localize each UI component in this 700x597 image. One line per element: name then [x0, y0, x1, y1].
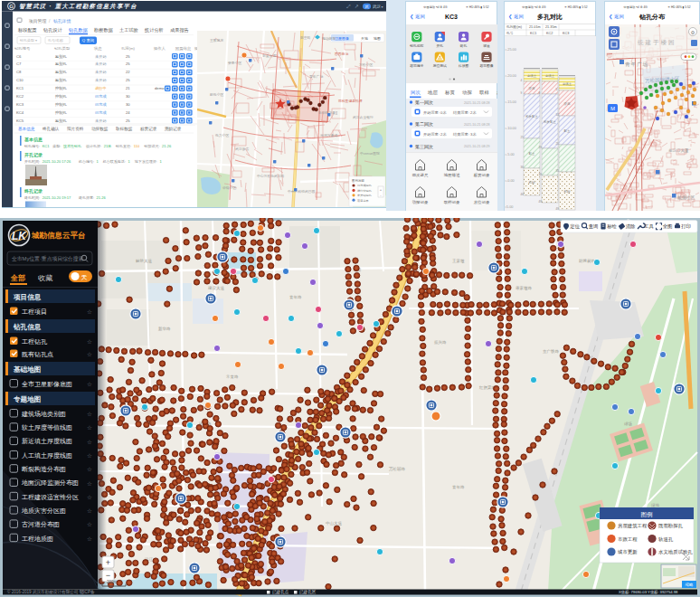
svg-text:KC2: KC2 [16, 94, 24, 99]
svg-text:鉴别孔: 鉴别孔 [55, 54, 67, 60]
svg-text:36: 36 [521, 166, 525, 169]
svg-text:25: 25 [126, 62, 130, 66]
svg-text:结束深度: 2米: 结束深度: 2米 [453, 110, 477, 115]
svg-text:万松园路: 万松园路 [389, 467, 406, 471]
svg-text:全图: 全图 [663, 223, 673, 230]
svg-text:钻孔编号:: 钻孔编号: [24, 144, 40, 148]
svg-text:21.35m: 21.35m [545, 25, 557, 29]
svg-text:荣泰小区: 荣泰小区 [228, 61, 241, 65]
svg-text:回次: 回次 [411, 90, 421, 96]
svg-text:工程钻孔: 工程钻孔 [22, 338, 48, 346]
svg-text:黏土: 黏土 [564, 129, 571, 133]
svg-text:钻孔编号: 钻孔编号 [14, 46, 31, 51]
svg-text:⚙: ⚙ [691, 30, 695, 35]
svg-text:查询: 查询 [589, 223, 599, 230]
svg-text:粉质黏土: 粉质黏土 [525, 114, 538, 118]
svg-text:类型:: 类型: [52, 144, 61, 148]
svg-text:成果报告: 成果报告 [170, 27, 189, 33]
svg-text:110: 110 [134, 144, 140, 148]
svg-text:地质灾害分区图: 地质灾害分区图 [21, 507, 66, 515]
svg-text:回次进尺: 回次进尺 [412, 173, 429, 177]
svg-text:KC2: KC2 [546, 32, 553, 35]
svg-text:进行中钻孔: 进行中钻孔 [357, 189, 373, 193]
svg-text:KC3: KC3 [445, 14, 458, 20]
svg-text:新华路: 新华路 [158, 327, 171, 331]
svg-text:收藏: 收藏 [38, 274, 53, 282]
svg-text:孔间距(m): 孔间距(m) [506, 24, 523, 29]
svg-text:钻孔信息: 钻孔信息 [13, 323, 42, 331]
svg-text:建筑场地类别图: 建筑场地类别图 [21, 411, 66, 418]
svg-text:开始深度: 0米: 开始深度: 0米 [423, 110, 447, 115]
svg-text:清除: 清除 [626, 223, 636, 230]
svg-text:© 2016-2019 武汉市勘察设计有限公司 鄂ICP备: © 2016-2019 武汉市勘察设计有限公司 鄂ICP备 [7, 589, 95, 595]
svg-text:王家墩东: 王家墩东 [210, 38, 223, 43]
svg-text:天: 天 [81, 274, 88, 280]
svg-text:C8: C8 [16, 70, 22, 74]
svg-text:未开始: 未开始 [95, 118, 107, 123]
svg-text:+: + [106, 558, 110, 567]
svg-text:中国移动 •ol ⚙ 4G: 中国移动 •ol ⚙ 4G [624, 5, 648, 9]
svg-text:航侧社区: 航侧社区 [677, 194, 695, 201]
svg-text:武: 武 [365, 5, 369, 9]
svg-text:35: 35 [556, 169, 560, 173]
svg-text:青年广场: 青年广场 [309, 74, 323, 79]
svg-text:钻孔类型 ▾: 钻孔类型 ▾ [19, 38, 37, 43]
svg-text:KC4: KC4 [16, 110, 24, 115]
svg-text:终孔时间:: 终孔时间: [24, 195, 40, 201]
svg-text:软土厚度等值线图: 软土厚度等值线图 [21, 424, 72, 431]
svg-text:淤泥: 淤泥 [529, 86, 535, 90]
svg-text:建设大道: 建设大道 [207, 285, 225, 290]
svg-text:☀ HD 46% ▮ 5:52: ☀ HD 46% ▮ 5:52 [466, 5, 489, 9]
svg-text:测斜记录: 测斜记录 [165, 126, 182, 132]
svg-text:既有钻孔点: 既有钻孔点 [22, 351, 53, 358]
svg-text:钻孔详情: 钻孔详情 [53, 18, 71, 24]
svg-text:勘察数据: 勘察数据 [94, 27, 114, 33]
svg-text:项目信息: 项目信息 [13, 293, 42, 301]
svg-text:操作人: 操作人 [153, 46, 166, 51]
svg-text:中venue医院: 中venue医院 [360, 151, 380, 156]
svg-text:☆: ☆ [87, 521, 92, 527]
svg-text:控制孔: 控制孔 [55, 102, 67, 107]
svg-text:全部: 全部 [10, 274, 25, 282]
svg-text:拖动缩放: 拖动缩放 [322, 36, 336, 41]
svg-text:C7: C7 [16, 62, 22, 66]
svg-text:200m: 200m [107, 580, 118, 584]
svg-text:25: 25 [556, 142, 560, 146]
svg-text:↗: ↗ [355, 4, 359, 9]
svg-text:粉砂: 粉砂 [564, 189, 571, 194]
svg-text:卫星图像: 卫星图像 [335, 36, 349, 41]
svg-text:−: − [106, 571, 110, 580]
svg-text:地下水位埋深:: 地下水位埋深: [134, 159, 157, 164]
svg-text:水位: 水位 [497, 90, 497, 95]
svg-text:工程项目: 工程项目 [22, 308, 47, 316]
svg-text:绿地: 绿地 [651, 503, 660, 507]
svg-text:☆: ☆ [87, 351, 92, 357]
svg-text:统计分析: 统计分析 [145, 27, 164, 33]
svg-text:☆: ☆ [87, 381, 92, 387]
svg-text:标绘: 标绘 [606, 223, 617, 230]
svg-text:电力小区: 电力小区 [215, 133, 229, 137]
svg-text:中心万松街武汉路: 中心万松街武汉路 [257, 174, 285, 178]
svg-text:1: 1 [159, 159, 162, 164]
svg-text:孔深(m): 孔深(m) [121, 46, 136, 51]
svg-text:技术性钻孔: 技术性钻孔 [62, 144, 81, 148]
svg-text:5.00: 5.00 [506, 205, 513, 209]
svg-text:未开始: 未开始 [95, 62, 107, 66]
svg-text:KC3: KC3 [16, 102, 24, 107]
svg-text:基本信息: 基本信息 [24, 137, 43, 143]
svg-text:已完成钻孔: 已完成钻孔 [357, 184, 373, 187]
svg-text:地图: 地图 [373, 36, 381, 41]
svg-text:青年路: 青年路 [289, 295, 302, 299]
svg-text:武汉: 武汉 [373, 5, 381, 9]
svg-text:49: 49 [556, 207, 560, 211]
svg-text:21: 21 [126, 86, 130, 90]
svg-text:49: 49 [539, 200, 543, 204]
svg-text:第二回次: 第二回次 [415, 121, 433, 128]
svg-text:开孔: 开孔 [437, 43, 444, 48]
svg-text:青年广场: 青年广场 [625, 62, 648, 68]
svg-text:开孔时间:: 开孔时间: [24, 159, 40, 165]
svg-text:☆: ☆ [87, 480, 92, 487]
svg-text:第一回次: 第一回次 [415, 100, 433, 106]
svg-text:地层描述: 地层描述 [443, 173, 460, 177]
svg-text:标贯: 标贯 [444, 90, 455, 96]
